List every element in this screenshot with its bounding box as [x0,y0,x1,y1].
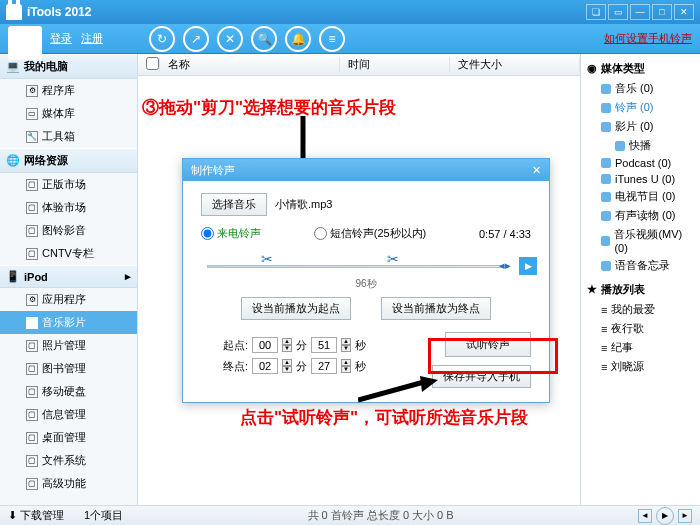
sidebar-item-media[interactable]: ▭媒体库 [0,102,137,125]
track-time: 0:57 / 4:33 [479,228,531,240]
radio-sms-ringtone[interactable]: 短信铃声(25秒以内) [314,226,427,241]
set-start-button[interactable]: 设当前播放为起点 [241,297,351,320]
end-time-row: 终点: ▲▼ 分 ▲▼ 秒 [223,358,366,374]
spin-down-icon[interactable]: ▼ [282,345,292,352]
media-music[interactable]: 音乐 (0) [585,79,696,98]
next-button[interactable]: ► [678,509,692,523]
select-all-checkbox[interactable] [146,57,159,70]
save-import-button[interactable]: 保存并导入手机 [432,365,531,388]
search-icon[interactable]: 🔍 [251,26,277,52]
dialog-close-icon[interactable]: ✕ [532,164,541,177]
timeline[interactable]: ✂ ✂ ◂▸ ▶ [201,251,531,279]
media-voice[interactable]: 语音备忘录 [585,256,696,275]
col-name[interactable]: 名称 [160,57,340,72]
end-sec-input[interactable] [311,358,337,374]
tools-icon: 🔧 [26,131,38,143]
sidebar-section-ipod[interactable]: 📱 iPod ▸ [0,265,137,288]
sidebar-item-market[interactable]: ▢正版市场 [0,173,137,196]
col-size[interactable]: 文件大小 [450,57,580,72]
download-icon[interactable]: ⬇ [8,509,17,522]
itunesu-icon [601,174,611,184]
start-sec-input[interactable] [311,337,337,353]
spin-down-icon[interactable]: ▼ [341,366,351,373]
feedback-icon[interactable]: ❏ [586,4,606,20]
login-link[interactable]: 登录 [50,32,72,44]
media-mv[interactable]: 音乐视频(MV) (0) [585,225,696,256]
track[interactable] [207,265,509,268]
sidebar-item-advanced[interactable]: ▢高级功能 [0,472,137,495]
media-tv[interactable]: 电视节目 (0) [585,187,696,206]
play-button[interactable]: ▶ [519,257,537,275]
media-audiobook[interactable]: 有声读物 (0) [585,206,696,225]
delete-icon[interactable]: ✕ [217,26,243,52]
media-video-sub[interactable]: 快播 [585,136,696,155]
annotation-bottom: 点击"试听铃声"，可试听所选音乐片段 [240,406,528,429]
titlebar: iTools 2012 ❏ ▭ — □ ✕ [0,0,700,24]
end-handle-icon[interactable]: ◂▸ [499,259,511,272]
start-min-input[interactable] [252,337,278,353]
sidebar-item-ringtone-media[interactable]: ▢图铃影音 [0,219,137,242]
adv-icon: ▢ [26,478,38,490]
spin-up-icon[interactable]: ▲ [341,338,351,345]
sidebar-item-info[interactable]: ▢信息管理 [0,403,137,426]
book-icon: ▢ [26,363,38,375]
media-video[interactable]: 影片 (0) [585,117,696,136]
sidebar-item-music-video[interactable]: ♪音乐影片 [0,311,137,334]
playpause-button[interactable]: ▶ [656,507,674,525]
playlist-item[interactable]: ≡ 我的最爱 [585,300,696,319]
set-end-button[interactable]: 设当前播放为终点 [381,297,491,320]
skin-icon[interactable]: ▭ [608,4,628,20]
listen-button[interactable]: 试听铃声 [445,332,531,357]
sidebar-item-trial[interactable]: ▢体验市场 [0,196,137,219]
end-min-input[interactable] [252,358,278,374]
prev-button[interactable]: ◄ [638,509,652,523]
sidebar-item-apps[interactable]: ⚙应用程序 [0,288,137,311]
spin-up-icon[interactable]: ▲ [341,359,351,366]
sidebar-item-books[interactable]: ▢图书管理 [0,357,137,380]
radio-call-ringtone[interactable]: 来电铃声 [201,226,261,241]
help-link[interactable]: 如何设置手机铃声 [604,31,692,46]
spin-up-icon[interactable]: ▲ [282,359,292,366]
ringtone-icon[interactable]: 🔔 [285,26,311,52]
scissor-end-icon[interactable]: ✂ [387,251,399,267]
maximize-icon[interactable]: □ [652,4,672,20]
col-time[interactable]: 时间 [340,57,450,72]
sidebar-item-disk[interactable]: ▢移动硬盘 [0,380,137,403]
media-podcast[interactable]: Podcast (0) [585,155,696,171]
main-toolbar: ↻ ↗ ✕ 🔍 🔔 ≡ [149,26,345,52]
spin-up-icon[interactable]: ▲ [282,338,292,345]
ring-icon: ▢ [26,225,38,237]
mic-icon [601,261,611,271]
close-icon[interactable]: ✕ [674,4,694,20]
tv-icon [601,192,611,202]
list-icon[interactable]: ≡ [319,26,345,52]
download-manager[interactable]: 下载管理 [20,508,64,523]
spin-down-icon[interactable]: ▼ [282,366,292,373]
sidebar-item-filesystem[interactable]: ▢文件系统 [0,449,137,472]
disk-icon: ▢ [26,386,38,398]
refresh-icon[interactable]: ↻ [149,26,175,52]
sidebar-item-cntv[interactable]: ▢CNTV专栏 [0,242,137,265]
sidebar-item-desktop[interactable]: ▢桌面管理 [0,426,137,449]
export-icon[interactable]: ↗ [183,26,209,52]
app-title: iTools 2012 [27,5,91,19]
content-area: ③拖动"剪刀"选择想要的音乐片段 制作铃声 ✕ 选择音乐 小情歌.mp3 来电铃… [138,76,580,505]
sidebar-item-tools[interactable]: 🔧工具箱 [0,125,137,148]
spin-down-icon[interactable]: ▼ [341,345,351,352]
media-type-header: ◉ 媒体类型 [585,58,696,79]
sidebar-section-network[interactable]: 🌐 网络资源 [0,148,137,173]
sidebar-item-library[interactable]: ⚙程序库 [0,79,137,102]
register-link[interactable]: 注册 [81,32,103,44]
media-itunesu[interactable]: iTunes U (0) [585,171,696,187]
media-icon: ▭ [26,108,38,120]
playlist-item[interactable]: ≡ 纪事 [585,338,696,357]
dialog-title: 制作铃声 [191,163,235,178]
music-icon [601,84,611,94]
media-ringtone[interactable]: 铃声 (0) [585,98,696,117]
playlist-item[interactable]: ≡ 刘晓源 [585,357,696,376]
scissor-start-icon[interactable]: ✂ [261,251,273,267]
choose-music-button[interactable]: 选择音乐 [201,193,267,216]
minimize-icon[interactable]: — [630,4,650,20]
sidebar-item-photos[interactable]: ▢照片管理 [0,334,137,357]
playlist-item[interactable]: ≡ 夜行歌 [585,319,696,338]
